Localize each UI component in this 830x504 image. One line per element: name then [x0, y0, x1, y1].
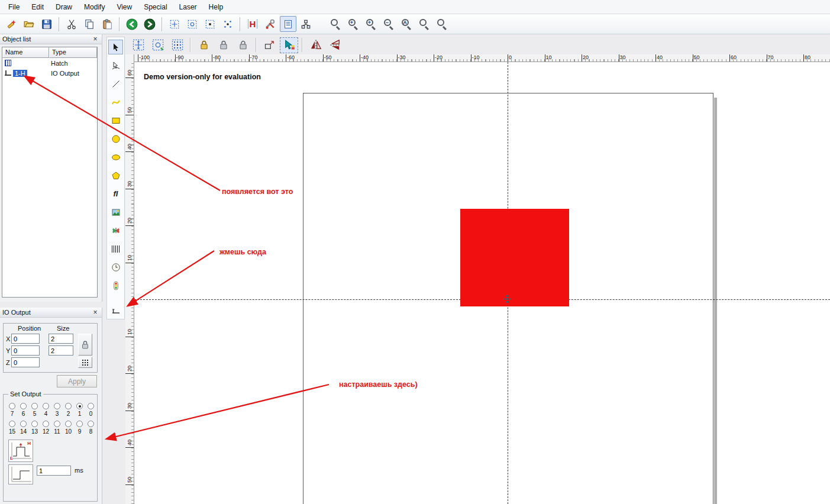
radio-bit-2[interactable]	[65, 403, 72, 409]
radio-bit-15[interactable]	[9, 421, 15, 427]
zoom-out-icon[interactable]: −	[380, 16, 397, 32]
menu-file[interactable]: File	[2, 1, 25, 14]
rectangle-tool-icon[interactable]	[108, 113, 123, 128]
position-y-input[interactable]	[11, 345, 40, 356]
output-led-tool-icon[interactable]	[108, 278, 123, 293]
pulse-width-input[interactable]	[37, 466, 71, 476]
unlock-icon[interactable]	[214, 37, 232, 53]
column-name[interactable]: Name	[2, 47, 49, 58]
radio-bit-12[interactable]	[43, 421, 49, 427]
ellipse-tool-icon[interactable]	[108, 150, 123, 164]
snap-grid-toggle-icon[interactable]	[168, 37, 186, 53]
line-tool-icon[interactable]	[108, 76, 123, 91]
io-output-object-marker[interactable]	[503, 295, 511, 305]
hatch-icon[interactable]: H	[244, 16, 261, 32]
radio-bit-8[interactable]	[88, 421, 94, 427]
close-icon[interactable]: ×	[91, 35, 99, 43]
menu-help[interactable]: Help	[203, 1, 230, 14]
zoom-all-icon[interactable]: A	[398, 16, 415, 32]
vector-file-tool-icon[interactable]	[108, 223, 123, 238]
snap-grid-icon[interactable]	[184, 16, 201, 32]
column-type[interactable]: Type	[49, 47, 97, 58]
position-x-input[interactable]	[11, 334, 40, 344]
radio-bit-5[interactable]	[31, 403, 38, 409]
undo-icon[interactable]	[124, 16, 140, 32]
circle-tool-icon[interactable]	[108, 131, 123, 146]
io-output-tool-icon[interactable]	[108, 303, 123, 318]
mirror-vertical-icon[interactable]	[326, 37, 344, 53]
radio-bit-4[interactable]	[43, 403, 49, 409]
menu-modify[interactable]: Modify	[78, 1, 111, 14]
ms-label: ms	[75, 467, 83, 474]
object-list-columns: Name Type	[2, 47, 97, 58]
menu-edit[interactable]: Edit	[25, 1, 50, 14]
size-x-input[interactable]	[49, 334, 73, 344]
polygon-tool-icon[interactable]	[108, 168, 123, 183]
menu-draw[interactable]: Draw	[50, 1, 78, 14]
radio-bit-7[interactable]	[9, 403, 15, 409]
anchor-grid-button[interactable]	[78, 357, 92, 368]
object-row[interactable]: 1-HIO Output	[2, 68, 97, 78]
snap-guideline-icon[interactable]	[148, 37, 167, 53]
barcode-tool-icon[interactable]	[108, 241, 123, 256]
curve-tool-icon[interactable]	[108, 95, 123, 109]
radio-bit-3[interactable]	[54, 403, 60, 409]
snap-center-icon[interactable]	[219, 16, 236, 32]
position-z-input[interactable]	[11, 357, 40, 367]
zoom-page-icon[interactable]	[416, 16, 432, 32]
menu-laser[interactable]: Laser	[173, 1, 203, 14]
menu-special[interactable]: Special	[138, 1, 173, 14]
menu-view[interactable]: View	[111, 1, 138, 14]
open-icon[interactable]	[21, 16, 37, 32]
radio-bit-1[interactable]	[76, 403, 83, 409]
radio-label: 6	[22, 411, 25, 417]
hatch-object-square[interactable]	[460, 209, 569, 306]
new-icon[interactable]	[3, 16, 20, 32]
lock-gray-icon[interactable]	[234, 37, 252, 53]
object-row[interactable]: Hatch	[2, 58, 97, 68]
radio-bit-9[interactable]	[76, 421, 83, 427]
snap-point-icon[interactable]	[166, 16, 183, 32]
delay-tool-icon[interactable]	[108, 260, 123, 274]
apply-button[interactable]: Apply	[57, 375, 97, 387]
radio-bit-6[interactable]	[20, 403, 27, 409]
zoom-glyph: −	[384, 19, 391, 26]
zoom-selection-icon[interactable]	[434, 16, 450, 32]
radio-bit-11[interactable]	[54, 421, 60, 427]
node-display-icon[interactable]	[298, 16, 314, 32]
tools-icon[interactable]	[262, 16, 279, 32]
copy-icon[interactable]	[81, 16, 98, 32]
zoom-move-icon[interactable]	[327, 16, 344, 32]
zoom-in-region-icon[interactable]: +	[363, 16, 379, 32]
output-bit-0: 0	[85, 403, 96, 417]
select-tool-icon[interactable]	[108, 40, 123, 54]
mirror-horizontal-icon[interactable]	[306, 37, 325, 53]
radio-bit-13[interactable]	[31, 421, 38, 427]
node-edit-tool-icon[interactable]	[108, 58, 123, 73]
redo-icon[interactable]	[141, 16, 158, 32]
radio-label: 0	[89, 411, 93, 417]
save-icon[interactable]	[38, 16, 55, 32]
put-object-icon[interactable]	[280, 37, 298, 53]
size-y-input[interactable]	[49, 345, 73, 356]
bitmap-tool-icon[interactable]	[108, 205, 123, 219]
snap-object-icon[interactable]	[202, 16, 218, 32]
cut-icon[interactable]	[63, 16, 80, 32]
pulse-low-button[interactable]	[8, 464, 33, 484]
offset-icon[interactable]	[260, 37, 279, 53]
aspect-lock-button[interactable]	[78, 334, 92, 356]
text-tool-icon[interactable]: fI	[108, 186, 123, 201]
radio-bit-0[interactable]	[88, 403, 94, 409]
radio-bit-10[interactable]	[65, 421, 72, 427]
paste-icon[interactable]	[99, 16, 115, 32]
edit-node-icon[interactable]	[129, 37, 147, 53]
pulse-high-button[interactable]: H L	[8, 440, 33, 462]
radio-bit-14[interactable]	[20, 421, 27, 427]
canvas[interactable]: Demo version-only for evaluation	[134, 62, 830, 504]
zoom-in-icon[interactable]: +	[345, 16, 361, 32]
zoom-glyph: +	[366, 19, 373, 26]
lock-icon[interactable]	[195, 37, 213, 53]
output-bit-9: 9	[74, 421, 85, 435]
close-icon[interactable]: ×	[91, 309, 99, 316]
object-list-toggle-icon[interactable]	[280, 16, 296, 32]
